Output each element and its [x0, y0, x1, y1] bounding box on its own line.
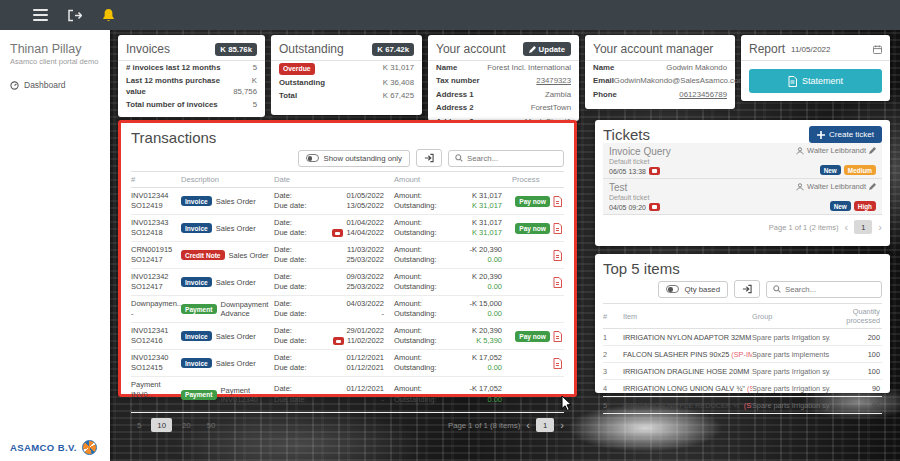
page-number-button[interactable]: 1	[854, 220, 872, 234]
top-items-search	[766, 281, 882, 298]
company-logo: ASAMCO B.V.	[10, 440, 97, 455]
top-items-table-header: # Item Group Quantity processed	[603, 303, 882, 329]
calendar-icon[interactable]	[873, 45, 882, 54]
pdf-icon[interactable]	[553, 277, 562, 288]
chevron-left-icon[interactable]: ‹	[526, 420, 530, 431]
table-row: INV012341SO12416 InvoiceSales Order Date…	[131, 323, 564, 350]
doc-type-badge: Invoice	[181, 331, 212, 341]
table-row: 5 IRRIGATION NIPPLE REDUCER ½" (SP-IR-38…	[603, 397, 882, 414]
item-code: (SP-IM-081)	[731, 350, 752, 359]
account-manager-card: Your account manager NameGodwin Makondo …	[585, 35, 735, 109]
tickets-pagination: Page 1 of 1 (2 items) ‹ 1 ›	[603, 220, 882, 234]
doc-type-badge: Credit Note	[181, 250, 225, 260]
page-number-button[interactable]: 1	[536, 418, 554, 432]
chevron-right-icon[interactable]: ›	[560, 420, 564, 431]
sidebar-item-dashboard[interactable]: Dashboard	[10, 80, 100, 90]
toggle-icon	[666, 285, 679, 293]
field-label: Name	[436, 63, 457, 74]
overdue-icon	[333, 337, 344, 345]
field-value: Zambia	[545, 90, 571, 101]
export-button[interactable]	[416, 149, 442, 167]
ticket-item[interactable]: Test Default ticket 04/05 09:20 Walter L…	[603, 179, 882, 215]
logout-icon[interactable]	[64, 5, 84, 25]
table-row: INV012342SO12417 InvoiceSales Order Date…	[131, 269, 564, 296]
logo-sun-icon	[82, 440, 97, 455]
search-icon	[455, 154, 463, 162]
stat-label: Total number of invoices	[126, 100, 218, 111]
field-value: ForestTown	[531, 103, 571, 114]
field-label: Phone	[593, 90, 617, 101]
search-icon	[773, 285, 781, 293]
page-info: Page 1 of 1 (8 items)	[448, 421, 520, 430]
stat-label: Total	[279, 91, 297, 102]
page-size-50[interactable]: 50	[201, 418, 222, 432]
pencil-icon[interactable]	[869, 147, 876, 154]
invoices-card: Invoices K 85.76k # invoices last 12 mon…	[118, 35, 265, 117]
table-row: 4 IRRIGATION LONG UNION GALV ¾" (SP-IR-3…	[603, 380, 882, 397]
ticket-assignee[interactable]: Walter Leibbrandt	[796, 146, 876, 155]
top-items-search-input[interactable]	[785, 285, 875, 294]
table-row: Payment INV0...- PaymentPayment INV01234…	[131, 377, 564, 413]
update-account-button[interactable]: Update	[523, 42, 571, 56]
field-value: Godwin Makondo	[666, 63, 727, 74]
field-value: Forest Incl. International	[487, 63, 571, 74]
statement-button[interactable]: Statement	[749, 69, 882, 93]
pdf-icon[interactable]	[553, 223, 562, 234]
invoices-card-title: Invoices	[126, 42, 170, 56]
outstanding-total-badge: K 67.42k	[372, 43, 414, 56]
manager-email: GodwinMakondo@SalesAsamco.com	[614, 76, 745, 87]
ticket-priority-badge: High	[854, 201, 876, 211]
bell-icon[interactable]	[98, 5, 118, 25]
pay-now-button[interactable]: Pay now	[515, 331, 550, 342]
tax-number-link[interactable]: 23479323	[536, 76, 571, 87]
chevron-left-icon[interactable]: ‹	[844, 222, 848, 233]
pdf-icon[interactable]	[553, 331, 562, 342]
transactions-search-input[interactable]	[467, 154, 557, 163]
ticket-title: Test	[609, 182, 660, 193]
ticket-item[interactable]: Invoice Query Default ticket 06/05 13:38…	[603, 143, 882, 179]
chevron-right-icon[interactable]: ›	[878, 222, 882, 233]
table-row: 3 IRRIGATION DRAGLINE HOSE 20MM X 100M (…	[603, 363, 882, 380]
table-row: CRN001915SO12417 Credit NoteSales Order …	[131, 242, 564, 269]
pencil-icon[interactable]	[869, 183, 876, 190]
transactions-toolbar: Show outstanding only	[131, 149, 564, 167]
stat-value: 5	[253, 63, 257, 74]
page-size-20[interactable]: 20	[176, 418, 197, 432]
ticket-priority-badge: Medium	[844, 165, 876, 175]
pdf-icon[interactable]	[553, 196, 562, 207]
top-items-title: Top 5 items	[603, 260, 882, 277]
doc-type-badge: Payment	[181, 304, 217, 314]
export-icon	[424, 153, 434, 163]
create-ticket-button[interactable]: Create ticket	[809, 126, 882, 143]
pdf-icon[interactable]	[553, 358, 562, 369]
report-card-title: Report	[749, 42, 785, 56]
page-size-10[interactable]: 10	[151, 418, 172, 432]
person-icon	[796, 183, 804, 191]
stat-label: Outstanding	[279, 78, 325, 89]
hamburger-icon[interactable]	[30, 5, 50, 25]
field-label: Tax number	[436, 76, 480, 87]
invoices-total-badge: K 85.76k	[215, 43, 257, 56]
sidebar-item-label: Dashboard	[24, 80, 66, 90]
show-outstanding-toggle[interactable]: Show outstanding only	[298, 150, 410, 167]
manager-phone-link[interactable]: 06123456789	[679, 90, 727, 101]
ticket-timestamp: 04/05 09:20	[609, 204, 646, 211]
tickets-title: Tickets	[603, 126, 650, 143]
unread-icon	[649, 167, 660, 175]
outstanding-card: Outstanding K 67.42k OverdueK 31,017 Out…	[271, 35, 422, 115]
report-date-input[interactable]	[791, 45, 851, 54]
stat-value: 5	[253, 100, 257, 111]
table-row: Downpaymen...- PaymentDownpayment Advanc…	[131, 296, 564, 323]
table-row: 1 IRRIGATION NYLON ADAPTOR 32MM (SP-IR-3…	[603, 329, 882, 346]
qty-based-toggle[interactable]: Qty based	[658, 281, 728, 298]
pay-now-button[interactable]: Pay now	[515, 223, 550, 234]
transactions-pagination: 5 10 20 50 Page 1 of 1 (8 items) ‹ 1 ›	[131, 418, 564, 432]
ticket-assignee[interactable]: Walter Leibbrandt	[796, 182, 876, 191]
pdf-icon[interactable]	[553, 250, 562, 261]
export-button[interactable]	[734, 280, 760, 298]
dashboard-icon	[10, 81, 19, 90]
pay-now-button[interactable]: Pay now	[515, 196, 550, 207]
sidebar: Thinan Pillay Asamco client portal demo …	[0, 30, 110, 461]
ticket-status-badge: New	[820, 165, 841, 175]
page-size-5[interactable]: 5	[131, 418, 147, 432]
